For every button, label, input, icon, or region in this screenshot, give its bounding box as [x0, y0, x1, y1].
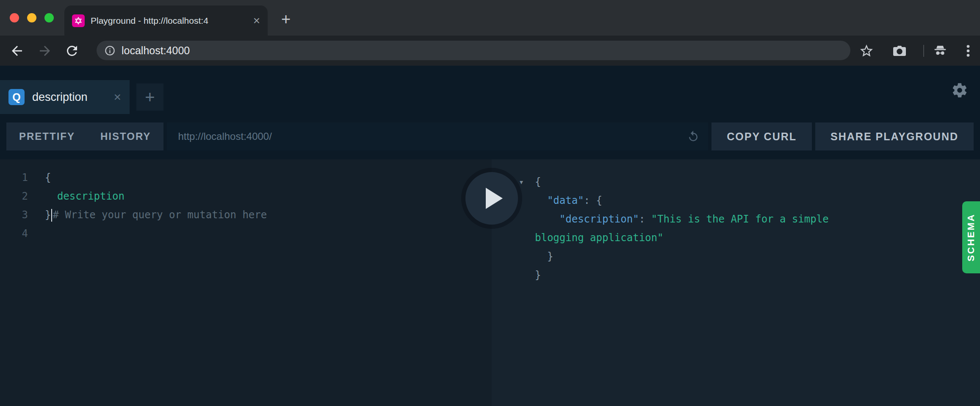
code-token: :: [639, 213, 651, 225]
incognito-icon[interactable]: [933, 43, 948, 58]
new-tab-button[interactable]: +: [277, 11, 295, 29]
traffic-lights: [10, 13, 54, 22]
line-number: 2: [0, 187, 28, 206]
code-token: [535, 195, 547, 206]
response-code-line: "data": {: [535, 191, 829, 210]
line-number: 3: [0, 206, 28, 224]
minimize-window-button[interactable]: [27, 13, 36, 22]
query-editor-pane[interactable]: 1234 { description}# Write your query or…: [0, 159, 492, 406]
code-token: {: [45, 172, 51, 184]
prettify-button[interactable]: PRETTIFY: [6, 122, 88, 150]
editor-area: 1234 { description}# Write your query or…: [0, 159, 980, 406]
history-button[interactable]: HISTORY: [88, 122, 163, 150]
endpoint-input[interactable]: [167, 122, 708, 150]
browser-nav-bar: localhost:4000: [0, 36, 980, 66]
code-token: blogging application": [535, 232, 663, 244]
graphql-favicon-icon: [72, 14, 85, 27]
query-code-line: {: [45, 168, 267, 187]
play-icon: [486, 188, 503, 209]
browser-tab[interactable]: Playground - http://localhost:4 ×: [64, 6, 268, 36]
execute-query-button[interactable]: [465, 172, 518, 225]
playground-toolbar: PRETTIFY HISTORY COPY CURL SHARE PLAYGRO…: [6, 122, 974, 150]
code-token: {: [535, 176, 541, 188]
code-token: "data": [547, 195, 584, 206]
screen: Playground - http://localhost:4 × + loca…: [0, 0, 980, 406]
playground-tab-description[interactable]: Q description ×: [0, 80, 130, 114]
response-code-line: }: [535, 247, 829, 266]
response-code-line: {: [535, 172, 829, 191]
code-token: : {: [584, 195, 602, 206]
copy-curl-button[interactable]: COPY CURL: [711, 122, 812, 150]
collapse-arrow-icon[interactable]: ▾: [519, 172, 524, 191]
info-icon[interactable]: [104, 45, 116, 56]
back-icon[interactable]: [9, 43, 25, 58]
toolbar-divider: [923, 45, 924, 57]
reload-icon[interactable]: [64, 43, 80, 58]
browser-tab-strip: Playground - http://localhost:4 × +: [0, 0, 980, 36]
query-badge: Q: [8, 89, 25, 105]
close-window-button[interactable]: [10, 13, 19, 22]
code-token: }: [535, 250, 553, 262]
bookmark-star-icon[interactable]: [859, 43, 874, 58]
endpoint-wrap: [167, 122, 708, 150]
code-token: }: [45, 209, 51, 221]
query-code-line: [45, 224, 267, 243]
code-token: [535, 213, 559, 225]
code-token: # Write your query or mutation here: [53, 209, 267, 221]
query-code-line: description: [45, 187, 267, 206]
playground-tab-label: description: [32, 91, 114, 104]
query-code[interactable]: { description}# Write your query or muta…: [45, 168, 267, 243]
response-pane: ▾ { "data": { "description": "This is th…: [492, 159, 980, 406]
response-code: { "data": { "description": "This is the …: [535, 172, 829, 284]
playground-tab-close-icon[interactable]: ×: [114, 91, 121, 103]
code-token: "description": [559, 213, 639, 225]
browser-menu-icon[interactable]: [961, 43, 976, 58]
line-number: 1: [0, 168, 28, 187]
response-code-line: "description": "This is the API for a si…: [535, 210, 829, 228]
query-code-line: }# Write your query or mutation here: [45, 206, 267, 224]
schema-side-tab[interactable]: SCHEMA: [962, 201, 980, 273]
response-code-line: blogging application": [535, 228, 829, 247]
playground-new-tab-button[interactable]: +: [136, 83, 163, 111]
address-bar[interactable]: localhost:4000: [97, 41, 850, 60]
url-text: localhost:4000: [122, 44, 190, 57]
graphql-playground: Q description × + PRETTIFY HISTORY COPY …: [0, 66, 980, 406]
forward-icon[interactable]: [37, 43, 53, 58]
tab-close-icon[interactable]: ×: [253, 15, 260, 27]
line-number: 4: [0, 224, 28, 243]
code-token: }: [535, 269, 541, 281]
schema-tab-label: SCHEMA: [966, 213, 977, 261]
zoom-window-button[interactable]: [44, 13, 54, 22]
line-gutter: 1234: [0, 168, 28, 243]
settings-gear-icon[interactable]: [951, 82, 968, 99]
editor-tools-group: PRETTIFY HISTORY: [6, 122, 163, 150]
code-token: "This is the API for a simple: [651, 213, 829, 225]
browser-tab-title: Playground - http://localhost:4: [91, 16, 250, 26]
refresh-schema-icon[interactable]: [687, 130, 700, 143]
share-playground-button[interactable]: SHARE PLAYGROUND: [815, 122, 974, 150]
response-code-line: }: [535, 266, 829, 284]
code-token: description: [45, 190, 125, 202]
camera-icon[interactable]: [892, 43, 907, 58]
